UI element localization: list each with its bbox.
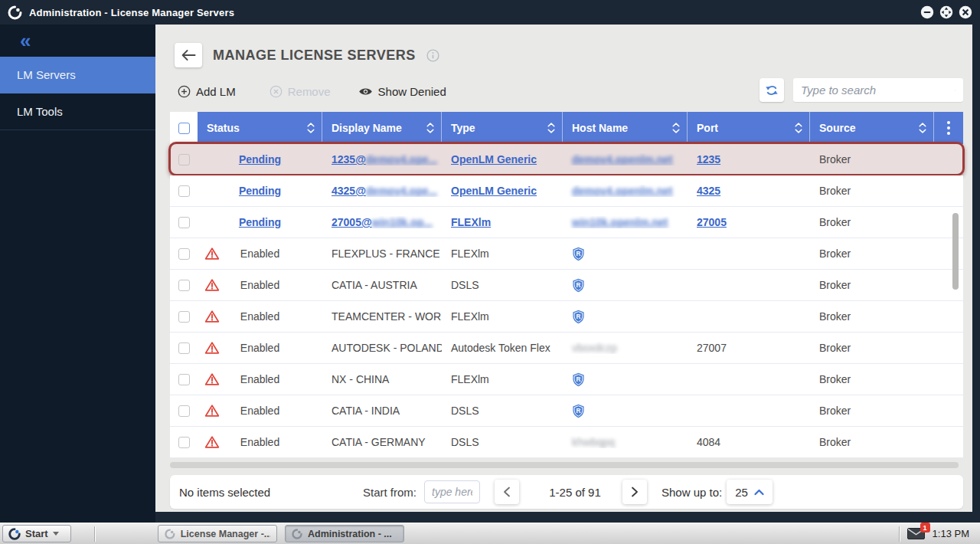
remove-button[interactable]: Remove — [270, 85, 331, 98]
port-cell[interactable]: 27005 — [688, 216, 810, 228]
taskbar-window-label: Administration - ... — [308, 529, 392, 539]
remote-shield-icon: R — [572, 372, 585, 387]
warning-icon — [204, 404, 220, 418]
table-row[interactable]: Pending27005@win10k.op...FLEXlmwin10k.op… — [170, 207, 963, 238]
sidebar-collapse-icon[interactable]: « — [20, 29, 31, 53]
status-cell: Pending — [198, 207, 322, 238]
table-footer: No items selected Start from: 1-25 of 91… — [170, 475, 963, 509]
add-lm-button[interactable]: Add LM — [178, 85, 236, 98]
start-button[interactable]: Start — [2, 525, 71, 542]
row-checkbox[interactable] — [178, 154, 190, 165]
row-checkbox-cell — [170, 437, 198, 448]
column-header-status[interactable]: Status — [198, 112, 322, 144]
type-cell[interactable]: OpenLM Generic — [442, 153, 563, 165]
refresh-icon — [765, 84, 779, 97]
status-text: Enabled — [240, 342, 279, 354]
port-cell[interactable]: 4325 — [688, 185, 810, 197]
next-page-button[interactable] — [622, 480, 647, 504]
vertical-scrollbar-thumb[interactable] — [952, 213, 959, 290]
column-header-port[interactable]: Port — [688, 112, 810, 144]
row-checkbox[interactable] — [178, 374, 190, 385]
search-icon[interactable] — [955, 84, 956, 97]
status-text[interactable]: Pending — [239, 153, 281, 165]
port-cell[interactable]: 1235 — [688, 153, 810, 165]
display-name-cell: FLEXPLUS - FRANCE — [322, 247, 442, 260]
table-row[interactable]: EnabledCATIA - GERMANYDSLSkhwbqpq4084Bro… — [170, 427, 963, 458]
table-row[interactable]: EnabledAUTODESK - POLANDAutodesk Token F… — [170, 333, 963, 364]
warning-icon — [204, 247, 220, 261]
row-checkbox[interactable] — [178, 405, 190, 417]
table-row[interactable]: EnabledCATIA - INDIADSLSRBroker — [170, 395, 963, 427]
toolbar: Add LM Remove Show Denied — [178, 80, 972, 103]
sidebar-item-lm-tools[interactable]: LM Tools — [0, 93, 155, 130]
table-row[interactable]: EnabledFLEXPLUS - FRANCEFLEXlmRBroker — [170, 238, 963, 270]
column-label: Host Name — [572, 122, 628, 134]
sort-icon — [426, 122, 435, 135]
row-checkbox[interactable] — [178, 185, 190, 197]
page-size-dropdown[interactable]: 25 — [727, 480, 773, 504]
search-input[interactable] — [801, 84, 955, 97]
type-cell[interactable]: OpenLM Generic — [442, 185, 563, 197]
row-checkbox[interactable] — [178, 280, 190, 291]
start-caret-icon — [53, 532, 59, 536]
table-row[interactable]: Pending1235@demov4.ope...OpenLM Genericd… — [170, 144, 963, 175]
horizontal-scrollbar[interactable] — [170, 462, 959, 468]
type-cell: DSLS — [442, 436, 563, 448]
table-row[interactable]: EnabledCATIA - AUSTRIADSLSRBroker — [170, 270, 963, 301]
chevron-up-icon — [754, 489, 764, 496]
refresh-button[interactable] — [760, 78, 784, 102]
host-name-cell: R — [563, 404, 688, 418]
minimize-button[interactable] — [920, 5, 934, 19]
taskbar-tray: 1 1:13 PM — [899, 526, 969, 542]
display-name-cell: NX - CHINA — [322, 373, 442, 385]
taskbar-window-active[interactable]: Administration - ... — [285, 525, 404, 542]
row-checkbox[interactable] — [178, 248, 190, 260]
prev-page-button[interactable] — [495, 480, 519, 504]
status-text[interactable]: Pending — [239, 216, 281, 228]
host-name-masked[interactable]: win10k.openlm.net — [572, 216, 668, 228]
select-all-checkbox[interactable] — [178, 123, 190, 134]
display-name-cell[interactable]: 1235@demov4.ope... — [322, 153, 442, 165]
host-name-masked[interactable]: demov4.openlm.net — [572, 153, 672, 165]
info-icon[interactable] — [426, 49, 439, 62]
add-icon — [178, 85, 191, 98]
type-cell[interactable]: FLEXlm — [442, 216, 563, 228]
host-name-masked[interactable]: demov4.openlm.net — [572, 185, 672, 197]
row-checkbox-cell — [170, 217, 198, 228]
status-text[interactable]: Pending — [239, 185, 281, 197]
start-from-label: Start from: — [363, 486, 416, 499]
back-button[interactable] — [175, 43, 202, 67]
row-checkbox[interactable] — [178, 217, 190, 228]
column-header-source[interactable]: Source — [810, 112, 934, 144]
host-name-cell: vboxdczp — [563, 342, 688, 354]
source-cell: Broker — [810, 405, 934, 417]
row-checkbox[interactable] — [178, 437, 190, 448]
table-row[interactable]: EnabledNX - CHINAFLEXlmRBroker — [170, 364, 963, 395]
row-checkbox[interactable] — [178, 311, 190, 323]
remote-shield-icon: R — [572, 247, 585, 261]
show-denied-button[interactable]: Show Denied — [358, 85, 446, 98]
column-menu-button[interactable] — [934, 112, 963, 144]
table-row[interactable]: EnabledTEAMCENTER - WOR...FLEXlmRBroker — [170, 301, 963, 333]
column-header-display-name[interactable]: Display Name — [322, 112, 442, 144]
sidebar-item-lm-servers[interactable]: LM Servers — [0, 57, 155, 93]
row-checkbox-cell — [170, 248, 198, 260]
status-text: Enabled — [240, 436, 279, 448]
row-checkbox[interactable] — [178, 342, 190, 354]
column-header-type[interactable]: Type — [442, 112, 563, 144]
table-row[interactable]: Pending4325@demov4.ope...OpenLM Genericd… — [170, 175, 963, 207]
maximize-button[interactable] — [939, 5, 953, 19]
taskbar-window-inactive[interactable]: License Manager -... — [158, 525, 277, 542]
search-box — [793, 78, 963, 102]
row-checkbox-cell — [170, 342, 198, 354]
close-button[interactable] — [959, 5, 972, 19]
tray-separator — [899, 526, 900, 542]
back-arrow-icon — [181, 49, 196, 61]
start-from-input[interactable] — [432, 486, 472, 498]
display-name-cell[interactable]: 4325@demov4.ope... — [322, 185, 442, 197]
warning-icon — [204, 341, 220, 355]
column-header-host-name[interactable]: Host Name — [563, 112, 688, 144]
row-checkbox-cell — [170, 374, 198, 385]
mail-tray-icon[interactable]: 1 — [907, 528, 925, 539]
display-name-cell[interactable]: 27005@win10k.op... — [322, 216, 442, 228]
